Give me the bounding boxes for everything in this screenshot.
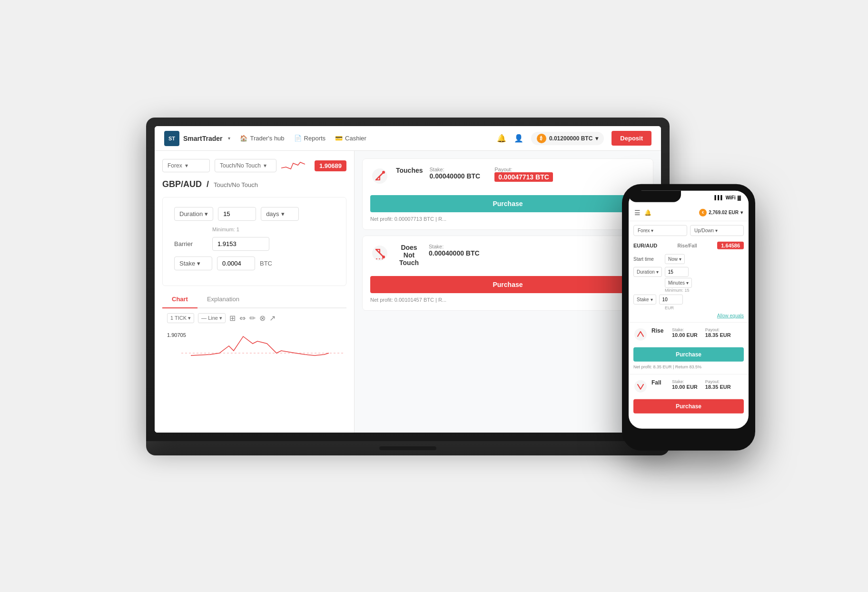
phone-duration-unit-select[interactable]: Minutes ▾ (665, 278, 692, 288)
phone-duration-min-hint: Minimum: 15 (665, 288, 744, 293)
does-not-touch-label: Does Not Touch (396, 244, 422, 266)
scale-icon[interactable]: ⇔ (239, 314, 246, 323)
svg-point-2 (382, 171, 385, 174)
duration-unit-select[interactable]: days ▾ (261, 207, 299, 221)
stake-select[interactable]: Stake ▾ (174, 257, 212, 270)
does-not-touch-header: Does Not Touch Stake: 0.00040000 BTC (370, 244, 645, 266)
phone-duration-unit-row: Minutes ▾ (665, 278, 744, 288)
nav-links: 🏠 Trader's hub 📄 Reports 💳 Cashier (240, 135, 496, 142)
trade-type-select[interactable]: Touch/No Touch ▾ (215, 159, 276, 172)
bar-chart-icon[interactable]: ⊞ (229, 314, 236, 323)
user-icon[interactable]: 👤 (514, 134, 523, 143)
does-not-touch-net-profit: Net profit: 0.00101457 BTC | R... (370, 297, 645, 303)
phone-trade-type-select[interactable]: Up/Down ▾ (690, 225, 744, 236)
phone-stake-select[interactable]: Stake ▾ (633, 295, 656, 305)
phone-selectors: Forex ▾ Up/Down ▾ (629, 221, 749, 240)
share-icon[interactable]: ↗ (269, 314, 276, 323)
stake-row: Stake ▾ BTC (174, 257, 335, 270)
touches-purchase-button[interactable]: Purchase (370, 195, 645, 212)
phone-duration-select[interactable]: Duration ▾ (633, 267, 662, 277)
phone-rise-header: Rise Stake: 10.00 EUR Payout: 18.35 EUR (633, 327, 744, 342)
laptop: ST SmartTrader ▾ 🏠 Trader's hub 📄 Report… (146, 118, 670, 474)
phone-fall-sp-row: Stake: 10.00 EUR Payout: 18.35 EUR (672, 379, 731, 390)
price-tag: 1.90689 (315, 160, 346, 171)
bell-icon[interactable]: 🔔 (497, 134, 506, 143)
phone-nav: ☰ 🔔 € 2,769.02 EUR ▾ (629, 204, 749, 221)
phone-rise-stake-group: Stake: 10.00 EUR (672, 327, 698, 338)
phone-stake-currency: EUR (665, 306, 744, 310)
stake-currency: BTC (260, 260, 272, 267)
phone-rise-net-profit: Net profit: 8.35 EUR | Return 83.5% (633, 365, 744, 369)
laptop-screen: ST SmartTrader ▾ 🏠 Trader's hub 📄 Report… (155, 126, 661, 433)
touches-stake-group: Stake: 0.00040000 BTC (430, 167, 481, 182)
phone-balance-badge[interactable]: € 2,769.02 EUR ▾ (699, 208, 743, 216)
phone-battery-icon: ▓ (738, 195, 741, 200)
does-not-touch-icon (370, 244, 389, 263)
balance-chevron-icon: ▾ (595, 135, 598, 142)
duration-select[interactable]: Duration ▾ (174, 207, 213, 221)
stake-input[interactable] (217, 257, 255, 270)
brand-name: SmartTrader (183, 135, 222, 142)
phone-duration-input[interactable] (665, 267, 689, 277)
phone-fall-stake-group: Stake: 10.00 EUR (672, 379, 698, 390)
btc-icon: ₿ (537, 134, 546, 143)
barrier-row: Barrier (174, 237, 335, 251)
svg-point-7 (634, 380, 647, 393)
reports-icon: 📄 (294, 135, 302, 142)
duration-input[interactable] (218, 207, 256, 221)
logo-icon: ST (164, 131, 179, 146)
phone-rise-sp-row: Stake: 10.00 EUR Payout: 18.35 EUR (672, 327, 731, 338)
market-selector: Forex ▾ Touch/No Touch ▾ 1.90689 (162, 158, 346, 173)
barrier-label: Barrier (174, 240, 207, 247)
chart-tabs: Chart Explanation (162, 291, 346, 308)
tab-chart[interactable]: Chart (162, 291, 197, 308)
phone-market-select[interactable]: Forex ▾ (633, 225, 687, 236)
tick-interval-select[interactable]: 1 TICK ▾ (167, 313, 194, 323)
main-content: Forex ▾ Touch/No Touch ▾ 1.90689 (155, 151, 661, 433)
nav-reports[interactable]: 📄 Reports (294, 135, 326, 142)
barrier-input[interactable] (212, 237, 269, 251)
phone-fall-payout-group: Payout: 18.35 EUR (705, 379, 731, 390)
duration-chevron-icon: ▾ (205, 210, 208, 217)
hamburger-icon[interactable]: ☰ (634, 208, 641, 216)
price-mini-chart (281, 158, 305, 173)
cashier-icon: 💳 (335, 135, 343, 142)
nav-cashier[interactable]: 💳 Cashier (335, 135, 366, 142)
phone-signal-icon: ▌▌▌ (715, 195, 724, 200)
touches-header: Touches Stake: 0.00040000 BTC Payou (370, 167, 645, 186)
phone-fall-purchase-button[interactable]: Purchase (633, 399, 744, 414)
phone-price-row: EUR/AUD Rise/Fall 1.64586 (629, 240, 749, 251)
phone-bell-icon[interactable]: 🔔 (644, 209, 651, 216)
touches-label: Touches (396, 167, 423, 174)
market-select[interactable]: Forex ▾ (162, 159, 210, 172)
phone-fall-card: Fall Stake: 10.00 EUR Payout: 18.35 EUR … (629, 374, 749, 421)
does-not-touch-card: Does Not Touch Stake: 0.00040000 BTC (362, 236, 653, 311)
phone-rise-purchase-button[interactable]: Purchase (633, 347, 744, 362)
stake-chevron-icon: ▾ (197, 260, 200, 267)
phone-duration-row: Duration ▾ (633, 267, 744, 277)
phone-stake-input[interactable] (659, 295, 683, 305)
phone-start-time-select[interactable]: Now ▾ (665, 254, 685, 264)
nav-logo[interactable]: ST SmartTrader ▾ (164, 131, 230, 146)
does-not-touch-details: Stake: 0.00040000 BTC (429, 244, 645, 259)
does-not-touch-purchase-button[interactable]: Purchase (370, 276, 645, 293)
tab-explanation[interactable]: Explanation (197, 291, 249, 307)
chart-area: 1 TICK ▾ — Line ▾ ⊞ ⇔ ✏ ⊗ ↗ 1.90705 (162, 308, 346, 375)
brand-chevron-icon[interactable]: ▾ (228, 136, 230, 141)
draw-icon[interactable]: ✏ (249, 314, 256, 323)
does-not-touch-stake-group: Stake: 0.00040000 BTC (429, 244, 480, 257)
nav-traders-hub[interactable]: 🏠 Trader's hub (240, 135, 284, 142)
chart-price-label: 1.90705 (167, 332, 186, 338)
allow-equals-link[interactable]: Allow equals (633, 312, 744, 319)
svg-point-6 (634, 328, 647, 341)
phone-notch (629, 191, 681, 202)
laptop-base (146, 441, 670, 455)
touches-net-profit: Net profit: 0.00007713 BTC | R... (370, 216, 645, 222)
deposit-button[interactable]: Deposit (612, 131, 651, 146)
indicator-icon[interactable]: ⊗ (259, 314, 266, 323)
line-select[interactable]: — Line ▾ (198, 313, 226, 323)
right-panel: Touches Stake: 0.00040000 BTC Payou (355, 151, 661, 433)
balance-badge[interactable]: ₿ 0.01200000 BTC ▾ (531, 132, 604, 145)
touches-details: Stake: 0.00040000 BTC Payout: 0.00047713… (430, 167, 645, 184)
unit-chevron-icon: ▾ (281, 210, 285, 217)
